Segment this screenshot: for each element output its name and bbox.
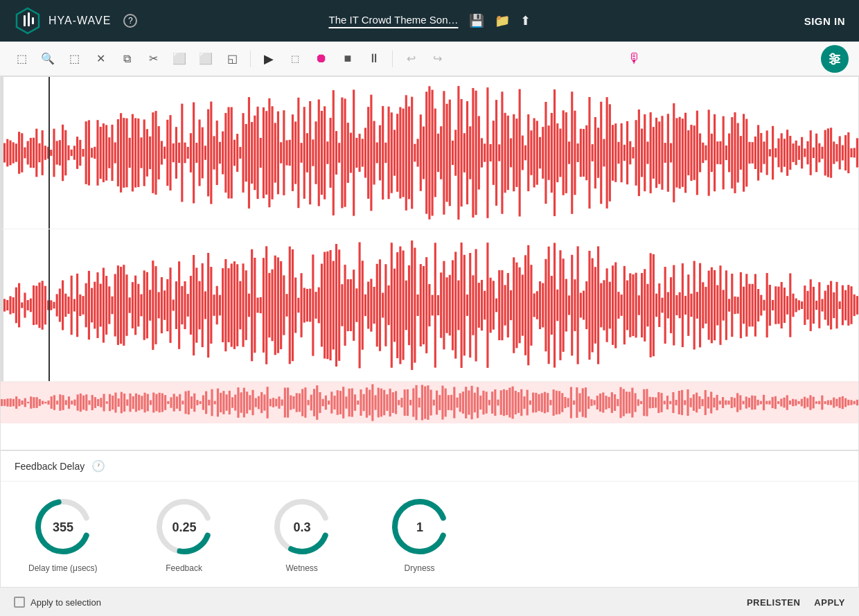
svg-rect-105 bbox=[280, 142, 282, 164]
svg-rect-201 bbox=[559, 129, 561, 177]
pause-button[interactable]: ⏸ bbox=[363, 48, 385, 70]
svg-rect-329 bbox=[76, 274, 78, 337]
dryness-knob[interactable]: 1 bbox=[389, 495, 451, 558]
svg-rect-82 bbox=[213, 136, 215, 169]
svg-rect-823 bbox=[655, 398, 657, 408]
svg-rect-763 bbox=[479, 396, 481, 410]
svg-rect-83 bbox=[216, 121, 218, 185]
svg-rect-172 bbox=[475, 91, 477, 215]
stop-button[interactable]: ■ bbox=[337, 48, 359, 70]
svg-rect-440 bbox=[399, 247, 401, 364]
svg-rect-576 bbox=[795, 299, 797, 313]
svg-rect-136 bbox=[370, 95, 372, 211]
waveform-container[interactable] bbox=[0, 76, 859, 450]
footer-buttons: PRELISTEN APPLY bbox=[747, 597, 845, 608]
paste-tool[interactable]: ⬜ bbox=[168, 48, 191, 70]
svg-rect-69 bbox=[175, 127, 177, 179]
svg-rect-270 bbox=[760, 133, 762, 173]
svg-rect-839 bbox=[701, 399, 703, 406]
svg-rect-402 bbox=[289, 247, 291, 364]
svg-rect-629 bbox=[88, 401, 90, 405]
cut-tool[interactable]: ✂ bbox=[142, 48, 164, 70]
select-rect-tool[interactable]: ⬚ bbox=[10, 48, 33, 70]
svg-rect-738 bbox=[407, 389, 409, 416]
svg-rect-194 bbox=[539, 137, 541, 168]
apply-selection-checkbox[interactable] bbox=[14, 597, 25, 608]
svg-rect-497 bbox=[565, 279, 567, 332]
zoom-tool[interactable]: 🔍 bbox=[37, 48, 59, 70]
prelisten-button[interactable]: PRELISTEN bbox=[747, 597, 800, 608]
delay-time-knob[interactable]: 355 bbox=[32, 495, 94, 558]
folder-icon[interactable]: 📁 bbox=[495, 13, 510, 28]
share-icon[interactable]: ⬆ bbox=[520, 13, 531, 28]
svg-rect-21 bbox=[35, 129, 37, 177]
feedback-knob[interactable]: 0.25 bbox=[153, 495, 215, 558]
svg-rect-648 bbox=[144, 393, 146, 413]
svg-rect-628 bbox=[85, 394, 87, 411]
svg-rect-62 bbox=[154, 111, 157, 195]
svg-rect-76 bbox=[195, 143, 197, 163]
waveform-track-2[interactable] bbox=[1, 229, 858, 382]
undo-button[interactable]: ↩ bbox=[400, 48, 422, 70]
svg-rect-29 bbox=[59, 140, 61, 166]
svg-rect-532 bbox=[667, 292, 669, 319]
deselect-tool[interactable]: ✕ bbox=[89, 48, 112, 70]
svg-rect-209 bbox=[583, 129, 585, 177]
mic-icon[interactable]: 🎙 bbox=[628, 51, 641, 67]
svg-rect-441 bbox=[402, 251, 405, 360]
svg-rect-454 bbox=[440, 272, 442, 337]
svg-rect-158 bbox=[434, 109, 436, 197]
svg-rect-883 bbox=[830, 400, 832, 405]
redo-button[interactable]: ↪ bbox=[426, 48, 448, 70]
svg-rect-326 bbox=[67, 297, 69, 314]
svg-rect-805 bbox=[602, 392, 604, 412]
svg-rect-415 bbox=[326, 252, 328, 359]
svg-rect-735 bbox=[398, 400, 400, 405]
svg-rect-655 bbox=[164, 395, 166, 410]
wetness-knob[interactable]: 0.3 bbox=[271, 495, 333, 558]
mini-waveform[interactable] bbox=[1, 382, 858, 423]
svg-rect-241 bbox=[675, 118, 678, 187]
svg-rect-391 bbox=[256, 298, 258, 313]
svg-rect-486 bbox=[533, 293, 535, 317]
sign-in-button[interactable]: SIGN IN bbox=[804, 15, 845, 27]
trim-tool[interactable]: ◱ bbox=[221, 48, 243, 70]
svg-rect-221 bbox=[617, 142, 619, 164]
svg-rect-754 bbox=[453, 387, 455, 418]
svg-rect-847 bbox=[725, 401, 727, 405]
svg-rect-323 bbox=[59, 288, 61, 322]
playhead-1 bbox=[48, 77, 50, 229]
svg-rect-461 bbox=[461, 243, 463, 368]
svg-rect-769 bbox=[497, 400, 499, 406]
svg-rect-112 bbox=[300, 143, 302, 163]
loop-button[interactable]: ⬚ bbox=[284, 48, 306, 70]
apply-selection-label: Apply to selection bbox=[30, 597, 101, 608]
svg-rect-734 bbox=[395, 391, 397, 414]
svg-rect-220 bbox=[614, 123, 617, 182]
apply-button[interactable]: APPLY bbox=[814, 597, 845, 608]
settings-button[interactable] bbox=[821, 45, 849, 73]
svg-rect-859 bbox=[760, 401, 762, 405]
svg-rect-781 bbox=[532, 393, 534, 413]
svg-rect-162 bbox=[446, 104, 448, 202]
svg-rect-842 bbox=[710, 391, 712, 413]
help-icon[interactable]: ? bbox=[123, 14, 137, 28]
play-button[interactable]: ▶ bbox=[258, 48, 280, 70]
svg-rect-63 bbox=[158, 126, 160, 179]
copy-tool[interactable]: ⧉ bbox=[116, 48, 138, 70]
record-button[interactable]: ⏺ bbox=[310, 48, 333, 70]
waveform-track-1[interactable] bbox=[1, 77, 858, 229]
save-icon[interactable]: 💾 bbox=[469, 13, 484, 28]
paste2-tool[interactable]: ⬜ bbox=[195, 48, 217, 70]
svg-rect-687 bbox=[258, 396, 260, 410]
svg-rect-75 bbox=[193, 103, 195, 204]
svg-rect-202 bbox=[563, 110, 565, 195]
svg-rect-762 bbox=[477, 387, 479, 419]
svg-rect-671 bbox=[211, 389, 213, 416]
svg-point-9 bbox=[832, 60, 835, 64]
marquee-tool[interactable]: ⬚ bbox=[63, 48, 85, 70]
svg-rect-827 bbox=[666, 396, 668, 410]
svg-rect-213 bbox=[594, 117, 596, 188]
svg-rect-482 bbox=[522, 274, 524, 335]
svg-rect-141 bbox=[384, 143, 387, 163]
